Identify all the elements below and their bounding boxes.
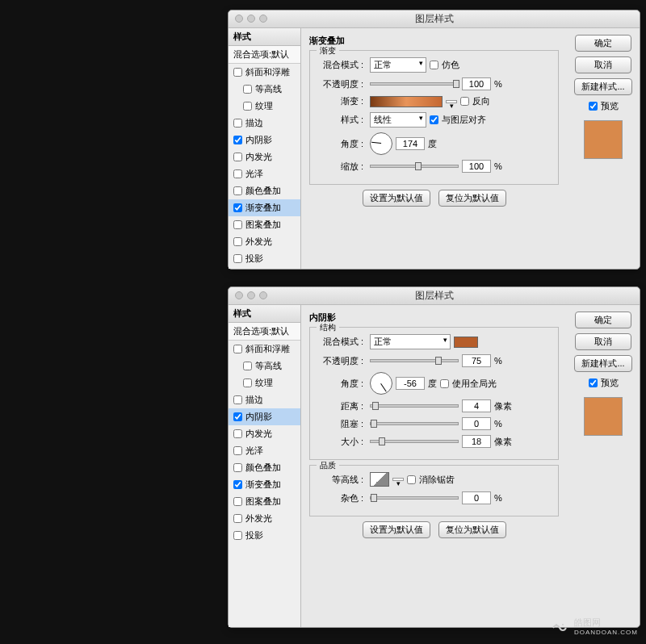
fx-item-color-overlay[interactable]: 颜色叠加 xyxy=(229,459,300,476)
noise-slider[interactable] xyxy=(370,496,459,500)
fx-checkbox-inner-glow[interactable] xyxy=(233,153,242,161)
fx-item-contour[interactable]: 等高线 xyxy=(229,358,300,374)
gradient-swatch[interactable] xyxy=(370,96,443,107)
angle-input[interactable]: 174 xyxy=(396,137,425,150)
fx-checkbox-drop-shadow[interactable] xyxy=(233,254,242,263)
fx-checkbox-bevel[interactable] xyxy=(233,345,242,353)
fx-checkbox-inner-shadow[interactable] xyxy=(233,412,242,421)
fx-item-inner-glow[interactable]: 内发光 xyxy=(229,148,300,165)
fx-item-stroke[interactable]: 描边 xyxy=(229,115,300,132)
choke-slider[interactable] xyxy=(370,422,459,425)
scale-slider[interactable] xyxy=(370,165,459,168)
fx-item-satin[interactable]: 光泽 xyxy=(229,165,300,182)
fx-checkbox-outer-glow[interactable] xyxy=(233,514,242,523)
fx-checkbox-color-overlay[interactable] xyxy=(233,186,242,195)
blending-options[interactable]: 混合选项:默认 xyxy=(229,46,300,64)
fx-item-inner-shadow[interactable]: 内阴影 xyxy=(229,132,300,148)
distance-input[interactable]: 4 xyxy=(462,399,491,412)
fx-checkbox-texture[interactable] xyxy=(243,102,252,111)
fx-item-texture[interactable]: 纹理 xyxy=(229,374,300,391)
fx-checkbox-satin[interactable] xyxy=(233,446,242,455)
fx-checkbox-inner-glow[interactable] xyxy=(233,429,242,438)
noise-input[interactable]: 0 xyxy=(462,491,491,504)
fx-checkbox-gradient-overlay[interactable] xyxy=(233,203,242,212)
fx-checkbox-inner-shadow[interactable] xyxy=(233,136,242,144)
distance-slider[interactable] xyxy=(370,404,459,408)
fx-item-bevel[interactable]: 斜面和浮雕 xyxy=(229,341,300,358)
fx-item-texture[interactable]: 纹理 xyxy=(229,98,300,115)
preview-checkbox[interactable] xyxy=(589,378,598,387)
fx-checkbox-bevel[interactable] xyxy=(233,68,242,77)
fx-item-satin[interactable]: 光泽 xyxy=(229,442,300,459)
choke-input[interactable]: 0 xyxy=(462,417,491,430)
opacity-input[interactable]: 75 xyxy=(462,354,491,367)
reset-default-button[interactable]: 复位为默认值 xyxy=(438,190,506,207)
fx-item-outer-glow[interactable]: 外发光 xyxy=(229,510,300,527)
angle-dial[interactable] xyxy=(370,132,392,155)
shadow-color-swatch[interactable] xyxy=(454,337,478,348)
contour-picker[interactable] xyxy=(370,472,389,487)
styles-header[interactable]: 样式 xyxy=(229,28,300,46)
antialias-checkbox[interactable] xyxy=(407,475,416,484)
fx-item-pattern-overlay[interactable]: 图案叠加 xyxy=(229,216,300,233)
opacity-slider[interactable] xyxy=(370,82,459,86)
fx-checkbox-drop-shadow[interactable] xyxy=(233,531,242,540)
opacity-input[interactable]: 100 xyxy=(462,77,491,90)
fx-item-inner-glow[interactable]: 内发光 xyxy=(229,425,300,442)
fx-checkbox-satin[interactable] xyxy=(233,169,242,178)
style-select[interactable]: 线性 xyxy=(370,112,426,128)
fx-item-drop-shadow[interactable]: 投影 xyxy=(229,527,300,544)
fx-item-contour[interactable]: 等高线 xyxy=(229,81,300,98)
angle-dial[interactable] xyxy=(370,372,392,395)
fx-item-drop-shadow[interactable]: 投影 xyxy=(229,250,300,267)
preview-checkbox[interactable] xyxy=(589,102,598,111)
fx-checkbox-pattern-overlay[interactable] xyxy=(233,220,242,229)
make-default-button[interactable]: 设置为默认值 xyxy=(363,521,430,538)
scale-input[interactable]: 100 xyxy=(462,160,491,173)
new-style-button[interactable]: 新建样式... xyxy=(574,355,631,372)
window-controls[interactable] xyxy=(235,15,267,23)
reverse-checkbox[interactable] xyxy=(460,97,469,106)
fx-checkbox-stroke[interactable] xyxy=(233,119,242,128)
fx-item-outer-glow[interactable]: 外发光 xyxy=(229,233,300,250)
fx-item-gradient-overlay[interactable]: 渐变叠加 xyxy=(229,476,300,493)
fx-checkbox-outer-glow[interactable] xyxy=(233,237,242,246)
styles-header[interactable]: 样式 xyxy=(229,305,300,323)
ok-button[interactable]: 确定 xyxy=(575,312,631,328)
fx-item-gradient-overlay[interactable]: 渐变叠加 xyxy=(229,199,300,216)
fx-checkbox-contour[interactable] xyxy=(243,362,252,370)
fx-item-stroke[interactable]: 描边 xyxy=(229,391,300,408)
blend-mode-select[interactable]: 正常 xyxy=(370,57,426,73)
fx-checkbox-contour[interactable] xyxy=(243,85,252,94)
opacity-slider[interactable] xyxy=(370,359,459,362)
fx-checkbox-color-overlay[interactable] xyxy=(233,463,242,472)
titlebar[interactable]: 图层样式 xyxy=(229,287,640,305)
dither-checkbox[interactable] xyxy=(430,61,438,69)
size-slider[interactable] xyxy=(370,440,459,443)
titlebar[interactable]: 图层样式 xyxy=(229,10,640,28)
align-checkbox[interactable] xyxy=(430,115,438,124)
window-controls[interactable] xyxy=(235,291,267,299)
new-style-button[interactable]: 新建样式... xyxy=(574,78,631,95)
blend-mode-select[interactable]: 正常 xyxy=(370,334,451,349)
fx-item-pattern-overlay[interactable]: 图案叠加 xyxy=(229,493,300,510)
reset-default-button[interactable]: 复位为默认值 xyxy=(438,521,506,538)
gradient-dropdown[interactable] xyxy=(446,100,457,103)
fx-checkbox-gradient-overlay[interactable] xyxy=(233,480,242,489)
fx-checkbox-pattern-overlay[interactable] xyxy=(233,497,242,506)
global-light-checkbox[interactable] xyxy=(440,379,449,388)
fx-checkbox-texture[interactable] xyxy=(243,378,252,387)
blending-options[interactable]: 混合选项:默认 xyxy=(229,323,300,341)
cancel-button[interactable]: 取消 xyxy=(575,56,631,73)
contour-dropdown[interactable] xyxy=(392,478,404,481)
make-default-button[interactable]: 设置为默认值 xyxy=(363,190,430,207)
fx-item-bevel[interactable]: 斜面和浮雕 xyxy=(229,64,300,81)
fx-item-inner-shadow[interactable]: 内阴影 xyxy=(229,408,300,425)
blend-mode-label: 混合模式 : xyxy=(317,336,363,348)
fx-checkbox-stroke[interactable] xyxy=(233,395,242,404)
ok-button[interactable]: 确定 xyxy=(575,35,631,52)
cancel-button[interactable]: 取消 xyxy=(575,333,631,350)
fx-item-color-overlay[interactable]: 颜色叠加 xyxy=(229,182,300,199)
size-input[interactable]: 18 xyxy=(462,435,491,448)
angle-input[interactable]: -56 xyxy=(396,377,425,390)
